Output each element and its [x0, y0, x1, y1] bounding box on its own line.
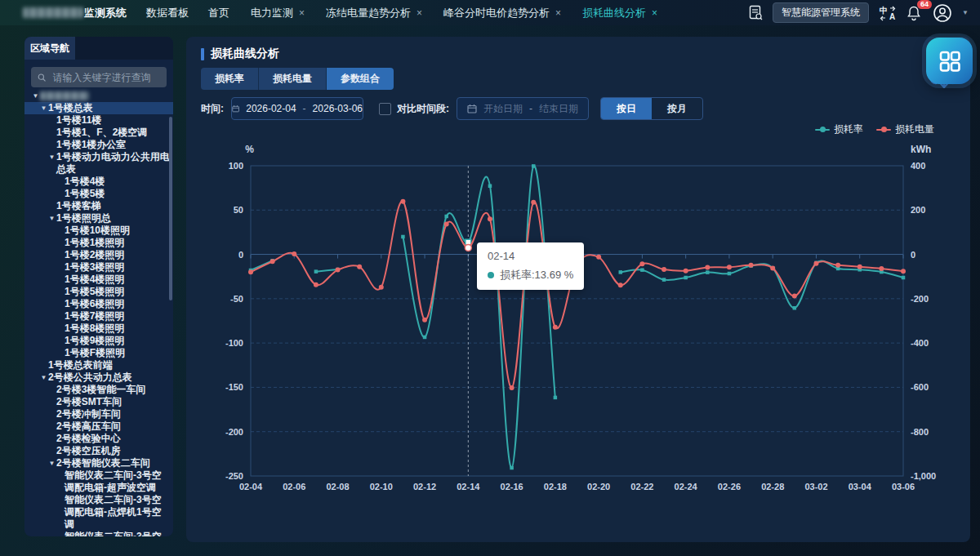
- tree-item[interactable]: ▼1号楼动力电动力公共用电总表: [24, 151, 173, 176]
- tab-close-icon[interactable]: ×: [555, 8, 561, 18]
- tree-item[interactable]: ▼1号楼总表: [24, 102, 173, 114]
- tooltip-series-dot: [488, 272, 494, 278]
- tree-caret-icon[interactable]: ▼: [47, 212, 56, 225]
- report-icon[interactable]: [749, 5, 763, 20]
- nav-tab-冻结电量趋势分析[interactable]: 冻结电量趋势分析×: [326, 6, 422, 20]
- tree-caret-icon[interactable]: ▼: [47, 151, 56, 163]
- tree-item-label: 智能仪表二车间-3号空调配电箱-点焊机2号空调: [65, 531, 173, 536]
- tree-caret-icon[interactable]: ▼: [47, 457, 56, 469]
- tree-item[interactable]: ▼: [24, 90, 173, 102]
- tree-item[interactable]: 2号楼SMT车间: [24, 396, 173, 408]
- nav-menu-item-数据看板[interactable]: 数据看板: [146, 6, 189, 20]
- language-translate-icon[interactable]: 中A: [879, 5, 897, 21]
- search-input[interactable]: [51, 71, 160, 84]
- compare-checkbox[interactable]: [379, 103, 391, 115]
- tree-item[interactable]: 1号楼11楼: [24, 114, 173, 127]
- nav-tab-峰谷分时电价趋势分析[interactable]: 峰谷分时电价趋势分析×: [443, 6, 561, 20]
- tab-close-icon[interactable]: ×: [416, 8, 422, 18]
- svg-text:02-18: 02-18: [544, 482, 567, 492]
- tree-item[interactable]: 2号楼冲制车间: [24, 408, 173, 420]
- tree-item-label: 1号楼11楼: [56, 114, 105, 127]
- floating-grid-menu-button[interactable]: [926, 38, 973, 84]
- tree-item[interactable]: 1号楼1楼照明: [24, 237, 173, 249]
- granularity-按日[interactable]: 按日: [601, 98, 652, 119]
- svg-text:02-04: 02-04: [239, 482, 263, 492]
- title-accent-bar: [201, 48, 204, 60]
- svg-text:-250: -250: [225, 471, 243, 481]
- user-avatar[interactable]: [933, 3, 952, 23]
- tree-item[interactable]: 1号楼3楼照明: [24, 261, 173, 274]
- svg-text:02-14: 02-14: [457, 482, 480, 492]
- tree-item[interactable]: ▼1号楼照明总: [24, 212, 173, 225]
- tooltip-value: 损耗率:13.69 %: [500, 268, 573, 282]
- tree-item-label: 1号楼7楼照明: [65, 310, 127, 322]
- tree-item[interactable]: 1号楼5楼照明: [24, 286, 173, 298]
- tree-item[interactable]: 2号楼3楼智能一车间: [24, 384, 173, 396]
- tree-item[interactable]: 智能仪表二车间-3号空调配电箱-超声波空调: [24, 469, 173, 494]
- tree-item[interactable]: 1号楼2楼照明: [24, 249, 173, 261]
- tree-item[interactable]: 1号楼4楼: [24, 176, 173, 188]
- nav-tab-电力监测[interactable]: 电力监测×: [251, 6, 305, 20]
- tree-item-label: 1号楼4楼照明: [65, 274, 127, 286]
- tree-item[interactable]: 1号楼5楼: [24, 188, 173, 200]
- tree-caret-icon[interactable]: ▼: [39, 371, 48, 384]
- tree-item[interactable]: 1号楼4楼照明: [24, 274, 173, 286]
- tree-item[interactable]: 2号楼检验中心: [24, 433, 173, 445]
- tree-item[interactable]: 1号楼1、F、2楼空调: [24, 127, 173, 139]
- tree-caret-icon[interactable]: ▼: [31, 90, 40, 102]
- panel-title-row: 损耗曲线分析: [201, 47, 279, 61]
- svg-text:A: A: [889, 12, 895, 21]
- legend-item-损耗电量[interactable]: 损耗电量: [876, 122, 934, 136]
- tree-item[interactable]: 2号楼空压机房: [24, 445, 173, 457]
- tree-item[interactable]: 1号楼1楼办公室: [24, 139, 173, 151]
- tree-item[interactable]: 智能仪表二车间-3号空调配电箱-点焊机2号空调: [24, 531, 173, 536]
- tab-region-navigation[interactable]: 区域导航: [24, 37, 75, 60]
- compare-end-placeholder: 结束日期: [539, 102, 578, 116]
- granularity-按月[interactable]: 按月: [652, 98, 702, 119]
- svg-text:-1,000: -1,000: [911, 471, 936, 481]
- compare-date-range-picker[interactable]: 开始日期 - 结束日期: [457, 97, 589, 120]
- legend-item-损耗率[interactable]: 损耗率: [815, 122, 863, 136]
- redacted-brand-name: [23, 7, 83, 18]
- date-range-picker[interactable]: 2026-02-04 - 2026-03-06: [231, 97, 363, 120]
- tree-item-label: 1号楼9楼照明: [65, 335, 127, 347]
- tree-item[interactable]: 1号楼8楼照明: [24, 322, 173, 335]
- mode-tab-参数组合[interactable]: 参数组合: [327, 68, 394, 90]
- tree-item[interactable]: 1号楼7楼照明: [24, 310, 173, 322]
- tree-item-label: 1号楼客梯: [56, 200, 105, 212]
- tab-close-icon[interactable]: ×: [652, 8, 657, 18]
- nav-menu: 数据看板首页: [127, 6, 229, 20]
- tree-caret-icon[interactable]: ▼: [39, 102, 48, 114]
- svg-text:100: 100: [229, 161, 243, 171]
- tree-item-label: 2号楼智能仪表二车间: [56, 457, 154, 469]
- loss-curve-chart[interactable]: 100500-50-100-150-200-2504002000-200-400…: [219, 143, 954, 535]
- tree-item[interactable]: 1号楼客梯: [24, 200, 173, 212]
- tab-close-icon[interactable]: ×: [299, 8, 305, 18]
- tree-item[interactable]: 1号楼F楼照明: [24, 347, 173, 359]
- tree-item[interactable]: 1号楼10楼照明: [24, 225, 173, 237]
- nav-tab-label: 冻结电量趋势分析: [326, 6, 411, 20]
- tree-item[interactable]: ▼2号楼智能仪表二车间: [24, 457, 173, 469]
- notification-bell[interactable]: 64: [906, 5, 923, 21]
- mode-tab-损耗电量[interactable]: 损耗电量: [259, 68, 327, 90]
- region-nav-sidebar: 区域导航 ▼▼1号楼总表1号楼11楼1号楼1、F、2楼空调1号楼1楼办公室▼1号…: [24, 37, 173, 536]
- svg-text:02-16: 02-16: [501, 482, 523, 492]
- tree-item-label: 1号楼动力电动力公共用电总表: [56, 151, 173, 176]
- user-menu-caret-icon[interactable]: ▼: [962, 9, 969, 16]
- svg-text:kWh: kWh: [911, 144, 931, 155]
- system-switch-badge[interactable]: 智慧能源管理系统: [773, 2, 869, 23]
- mode-tab-损耗率[interactable]: 损耗率: [201, 68, 259, 90]
- tree-scrollbar[interactable]: [169, 117, 172, 300]
- tree-item[interactable]: 1号楼6楼照明: [24, 298, 173, 310]
- tree-item[interactable]: ▼2号楼公共动力总表: [24, 371, 173, 384]
- nav-menu-item-首页[interactable]: 首页: [208, 6, 229, 20]
- tree-item[interactable]: 智能仪表二车间-3号空调配电箱-点焊机1号空调: [24, 494, 173, 531]
- tree-item[interactable]: 2号楼高压车间: [24, 420, 173, 433]
- tree-item-label: 1号楼照明总: [56, 212, 114, 225]
- tree-item[interactable]: 1号楼9楼照明: [24, 335, 173, 347]
- tree-item[interactable]: 1号楼总表前端: [24, 359, 173, 371]
- svg-text:03-04: 03-04: [849, 482, 872, 492]
- date-start-value: 2026-02-04: [246, 103, 296, 114]
- metric-mode-tabs: 损耗率损耗电量参数组合: [201, 68, 394, 90]
- nav-tab-损耗曲线分析[interactable]: 损耗曲线分析×: [582, 6, 657, 20]
